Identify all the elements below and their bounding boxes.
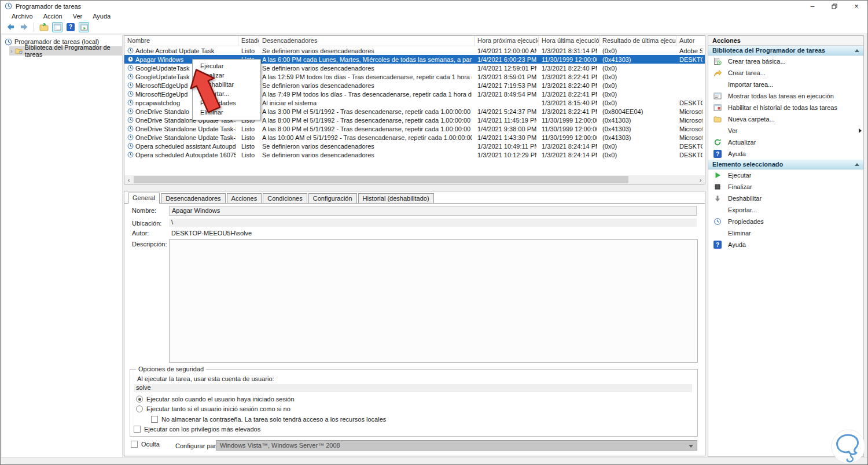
action-item-creartareabsica[interactable]: Crear tarea básica... (708, 56, 863, 67)
radio-on-icon[interactable] (136, 396, 143, 403)
export-list-icon[interactable] (39, 22, 49, 32)
table-cell: Se definieron varios desencadenadores (259, 46, 475, 55)
action-item-deshabilitar[interactable]: Deshabilitar (708, 193, 863, 204)
menu-ayuda[interactable]: Ayuda (87, 13, 116, 20)
action-item-habilitarelhistorialdetodaslastareas[interactable]: Habilitar el historial de todas las tare… (708, 102, 863, 113)
collapse-icon[interactable] (855, 163, 859, 166)
action-item-nuevacarpeta[interactable]: Nueva carpeta... (708, 113, 863, 125)
show-running-icon (713, 91, 722, 101)
configure-for-dropdown[interactable]: Windows Vista™, Windows Server™ 2008 (216, 440, 697, 451)
table-cell: 1/3/2021 10:49:11 PM (475, 142, 539, 150)
check-privileges[interactable]: Ejecutar con los privilegios más elevado… (134, 426, 260, 433)
action-item-mostrartodaslastareasenejecucin[interactable]: Mostrar todas las tareas en ejecución (708, 90, 863, 102)
annotation-arrow-icon (188, 64, 231, 117)
submenu-arrow-icon (859, 128, 862, 133)
checkbox-icon[interactable] (131, 441, 138, 448)
radio-logged-in[interactable]: Ejecutar solo cuando el usuario haya ini… (136, 396, 295, 403)
action-item-ejecutar[interactable]: Ejecutar (708, 169, 863, 181)
radio-off-icon[interactable] (136, 405, 143, 412)
action-item-ver[interactable]: Ver (708, 125, 863, 136)
tab-condiciones[interactable]: Condiciones (263, 193, 307, 203)
action-item-label: Ejecutar (728, 172, 751, 179)
col-resultado[interactable]: Resultado de última ejecución (599, 36, 676, 46)
menu-accion[interactable]: Acción (38, 13, 68, 20)
window-title: Programador de tareas (16, 3, 81, 10)
action-item-propiedades[interactable]: Propiedades (708, 216, 863, 227)
tab-general[interactable]: General (128, 193, 160, 204)
tab-desencadenadores[interactable]: Desencadenadores (161, 193, 225, 203)
expander-chevron-icon[interactable]: › (10, 48, 13, 54)
col-desencadenadores[interactable]: Desencadenadores (259, 36, 475, 46)
action-item-label: Mostrar todas las tareas en ejecución (728, 93, 834, 99)
show-console-tree-icon[interactable] (52, 22, 62, 32)
toolbar-separator (34, 23, 34, 32)
table-row[interactable]: Opera scheduled assistant Autoupdate 16.… (124, 142, 705, 150)
minimize-button[interactable]: – (801, 1, 823, 12)
col-estado[interactable]: Estado (238, 36, 259, 46)
forward-icon[interactable] (19, 22, 29, 32)
task-clock-icon (127, 91, 134, 97)
table-cell: 1/4/2021 11:45:19 PM (475, 116, 539, 124)
help-icon[interactable]: ? (65, 22, 76, 32)
table-cell: (0x41303) (599, 116, 676, 124)
task-clock-icon (127, 152, 134, 158)
actions-section-header[interactable]: Biblioteca del Programador de tareas (708, 46, 863, 56)
col-autor[interactable]: Autor (676, 36, 705, 46)
action-item-eliminar[interactable]: Eliminar (708, 227, 863, 239)
scheduler-clock-icon (5, 38, 12, 46)
table-cell: Se definieron varios desencadenadores (259, 150, 475, 159)
action-item-exportar[interactable]: Exportar... (708, 204, 863, 216)
col-nombre[interactable]: Nombre (124, 36, 238, 46)
restore-button[interactable] (823, 1, 845, 12)
table-cell: 1/3/2021 8:22:41 PM (539, 72, 599, 81)
table-cell: 1/3/2021 8:31:14 PM (539, 46, 599, 55)
action-item-creartarea[interactable]: Crear tarea... (708, 67, 863, 79)
action-item-importartarea[interactable]: Importar tarea... (708, 79, 863, 90)
checkbox-icon[interactable] (151, 416, 158, 423)
description-textarea[interactable] (169, 239, 698, 363)
table-cell: Listo (238, 133, 259, 142)
table-cell (676, 72, 705, 81)
security-legend: Opciones de seguridad (136, 366, 206, 372)
horizontal-scrollbar[interactable]: ‹ › (124, 175, 705, 184)
tab-acciones[interactable]: Acciones (227, 193, 262, 203)
col-hora-proxima[interactable]: Hora próxima ejecución (475, 36, 539, 46)
table-cell: (0x0) (599, 90, 676, 98)
action-item-ayuda[interactable]: ?Ayuda (708, 148, 863, 160)
tab-configuracion[interactable]: Configuración (308, 193, 357, 203)
radio-any-session[interactable]: Ejecutar tanto si el usuario inició sesi… (136, 405, 290, 412)
action-item-actualizar[interactable]: Actualizar (708, 136, 863, 148)
show-action-pane-icon[interactable] (79, 22, 89, 32)
app-clock-icon (5, 2, 12, 10)
collapse-icon[interactable] (855, 49, 859, 52)
table-cell: Listo (238, 46, 259, 55)
table-row[interactable]: Opera scheduled Autoupdate 1607550537Lis… (124, 150, 705, 159)
toolbar: ? (1, 20, 867, 34)
name-field[interactable]: Apagar Windows (169, 206, 697, 216)
check-hidden[interactable]: Oculta (131, 441, 160, 448)
table-row[interactable]: Adobe Acrobat Update TaskListoSe definie… (124, 46, 705, 55)
actions-pane: Acciones Biblioteca del Programador de t… (708, 35, 864, 457)
col-hora-ultima[interactable]: Hora última ejecución (539, 36, 599, 46)
menu-archivo[interactable]: Archivo (6, 13, 38, 20)
tab-historial[interactable]: Historial (deshabilitado) (358, 193, 434, 203)
scroll-left-icon[interactable]: ‹ (124, 175, 133, 184)
name-label: Nombre: (132, 207, 156, 214)
action-item-label: Nueva carpeta... (728, 116, 775, 123)
tree-library-node[interactable]: › Biblioteca del Programador de tareas (9, 46, 122, 56)
actions-section-header[interactable]: Elemento seleccionado (708, 160, 863, 169)
back-icon[interactable] (5, 22, 16, 32)
scroll-right-icon[interactable]: › (696, 175, 705, 184)
action-item-ayuda[interactable]: ?Ayuda (708, 239, 863, 250)
table-row[interactable]: OneDrive Standalone Update Task-S-1-5-..… (124, 124, 705, 133)
checkbox-icon[interactable] (134, 426, 141, 433)
actions-body: Biblioteca del Programador de tareasCrea… (708, 46, 863, 250)
action-item-finalizar[interactable]: Finalizar (708, 181, 863, 193)
close-button[interactable]: × (845, 1, 867, 12)
table-cell (676, 81, 705, 90)
table-row[interactable]: OneDrive Standalone Update Task-S-1-5-..… (124, 133, 705, 142)
menu-ver[interactable]: Ver (68, 13, 88, 20)
check-no-password[interactable]: No almacenar la contraseña. La tarea sol… (151, 416, 386, 423)
scrollbar-thumb[interactable] (134, 176, 628, 183)
table-cell: A las 12:59 PM todos los días - Tras des… (259, 72, 475, 81)
